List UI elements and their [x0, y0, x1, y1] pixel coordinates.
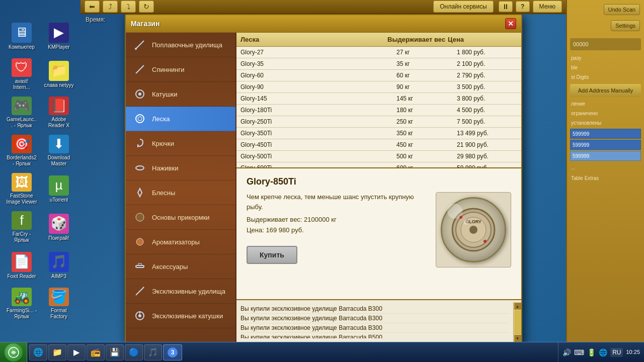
table-row[interactable]: Glory-90 90 кг 3 500 руб. [236, 81, 521, 93]
icon-gamelauncher[interactable]: 🎮 GameLaunc... - Ярлык [4, 95, 39, 131]
table-row[interactable]: Glory-60 60 кг 2 790 руб. [236, 70, 521, 81]
groundbait-icon [133, 210, 147, 224]
icon-computer[interactable]: 🖥 Компьютер [4, 18, 39, 54]
undo-scan-button[interactable]: Undo Scan [604, 4, 640, 15]
taskbar-radio[interactable]: 📻 [87, 344, 105, 360]
address-item-1[interactable]: 599999 [570, 129, 641, 139]
icon-formatfactory[interactable]: 🪣 Format Factory [41, 286, 76, 322]
log-entry: Вы купили эксклюзивное удилище Barracuda… [240, 323, 509, 333]
sidebar-item-aromatizers[interactable]: Ароматизаторы [126, 230, 235, 254]
winamp-icon: 🎵 [148, 348, 157, 357]
address-item-2[interactable]: 599999 [570, 140, 641, 150]
purchase-log: Вы купили эксклюзивное удилище Barracuda… [236, 299, 521, 344]
table-header: Леска Выдерживает вес Цена [236, 33, 521, 47]
product-image-inner: GLORY [441, 197, 506, 262]
exclusive-reels-icon [133, 309, 147, 323]
log-entry: Вы купили эксклюзивное удилище Barracuda… [240, 304, 509, 314]
taskbar-ie[interactable]: 🌐 [29, 344, 47, 360]
shop-window: Магазин ✕ Поплавочные удилища Спиннинги [125, 14, 522, 345]
icon-adobe[interactable]: 📕 Adobe Reader X [41, 95, 76, 131]
table-row[interactable]: Glory-500Ti 500 кг 29 980 руб. [236, 151, 521, 162]
menu-button[interactable]: Меню [533, 1, 562, 13]
table-row[interactable]: Glory-450Ti 450 кг 21 900 руб. [236, 139, 521, 151]
sidebar-item-exclusive-reels[interactable]: Эксклюзивные катушки [126, 304, 235, 328]
icon-downloadmaster[interactable]: ⬇ Download Master [41, 133, 76, 169]
taskbar-media[interactable]: ▶ [67, 344, 86, 360]
table-row[interactable]: Glory-250Ti 250 кг 7 500 руб. [236, 116, 521, 128]
icon-borderlands2[interactable]: 🎯 Borderlands2 - Ярлык [4, 133, 39, 169]
pause-button[interactable]: ⏸ [499, 1, 513, 12]
col-header-weight: Выдерживает вес [387, 36, 448, 43]
purchase-log-body: Вы купили эксклюзивное удилище Barracuda… [236, 302, 513, 338]
sidebar-item-spinnings[interactable]: Спиннинги [126, 57, 235, 82]
icon-avast[interactable]: 🛡 avast! Intern... [4, 56, 39, 93]
icon-foxit[interactable]: 📄 Foxit Reader [4, 247, 39, 284]
online-services-button[interactable]: Онлайн сервисы [433, 1, 493, 13]
icon-faststone[interactable]: 🖼 FastStone Image Viewer [4, 171, 39, 207]
panel-ogranicheniya: ограничено [567, 109, 644, 118]
taskbar-app-active[interactable]: 3 [163, 344, 182, 360]
tray-icon-3: 🔋 [587, 348, 596, 356]
panel-ustanovleny: установлены [567, 118, 644, 128]
address-input[interactable] [573, 41, 638, 47]
taskbar-usb[interactable]: 💾 [106, 344, 124, 360]
taskbar-winamp[interactable]: 🎵 [144, 344, 162, 360]
usb-icon: 💾 [110, 348, 119, 357]
sidebar-item-groundbait[interactable]: Основы прикормки [126, 205, 235, 230]
taskbar-app1[interactable]: 🔵 [125, 344, 143, 360]
svg-point-5 [136, 115, 144, 123]
address-item-3[interactable]: 599999 [570, 151, 641, 161]
table-row[interactable]: Glory-180Ti 180 кг 4 500 руб. [236, 105, 521, 116]
sidebar-item-baits[interactable]: Наживки [126, 156, 235, 180]
baits-icon [133, 161, 147, 175]
toolbar-btn-4[interactable]: ↻ [139, 1, 154, 13]
start-button[interactable] [0, 342, 27, 362]
icon-poigray[interactable]: 🎲 Поиграй! [41, 209, 76, 245]
sidebar-item-accessories[interactable]: Аксессуары [126, 254, 235, 279]
panel-dots: ... [567, 162, 644, 173]
log-scroll-down[interactable]: ▼ [514, 335, 521, 342]
media-icon: ▶ [72, 348, 81, 357]
log-entry: Вы купили эксклюзивное удилище Barracuda… [240, 314, 509, 323]
help-button[interactable]: ? [516, 1, 530, 12]
product-table: Леска Выдерживает вес Цена Glory-27 27 к… [236, 33, 521, 168]
line-icon [133, 112, 147, 126]
sidebar-item-float-rods[interactable]: Поплавочные удилища [126, 33, 235, 57]
desktop: ⬅ ⤴ ⤵ ↻ Онлайн сервисы ⏸ ? Меню Время: 🖥… [0, 0, 644, 362]
folder-icon: 📁 [53, 348, 62, 357]
table-row[interactable]: Glory-35 35 кг 2 100 руб. [236, 58, 521, 70]
table-row[interactable]: Glory-350Ti 350 кг 13 499 руб. [236, 128, 521, 139]
icon-farmingsim[interactable]: 🚜 FarmingSi... - Ярлык [4, 286, 39, 322]
sidebar-item-reels[interactable]: Катушки [126, 82, 235, 107]
sidebar-item-line[interactable]: Леска [126, 107, 235, 131]
svg-point-17 [138, 314, 141, 317]
spinnings-icon [133, 62, 147, 76]
sidebar-item-exclusive-rods[interactable]: Эксклюзивные удилища [126, 279, 235, 304]
aromatizers-icon [133, 235, 147, 249]
table-row[interactable]: Glory-27 27 кг 1 800 руб. [236, 47, 521, 58]
icon-farcry[interactable]: f FarCry - Ярлык [4, 209, 39, 245]
icon-utorrent[interactable]: µ uTorrent [41, 171, 76, 207]
toolbar-btn-1[interactable]: ⬅ [85, 1, 100, 13]
add-address-button[interactable]: Add Address Manually [570, 84, 641, 97]
log-scroll-up[interactable]: ▲ [514, 303, 521, 310]
tray-lang[interactable]: RU [610, 348, 623, 357]
icon-kmplayer[interactable]: ▶ KMPlayer [41, 18, 76, 54]
icon-aimp3[interactable]: 🎵 AIMP3 [41, 247, 76, 284]
icon-slava[interactable]: 📁 слава netyyy [41, 56, 76, 93]
right-panel: Undo Scan Settings разу ble st Digits Ad… [566, 0, 644, 342]
reels-icon [133, 87, 147, 101]
table-row[interactable]: Glory-145 145 кг 3 800 руб. [236, 93, 521, 105]
table-row[interactable]: Glory-600Ti 600 кг 59 980 руб. [236, 162, 521, 167]
settings-button[interactable]: Settings [611, 20, 640, 31]
taskbar-folder[interactable]: 📁 [48, 344, 66, 360]
shop-close-button[interactable]: ✕ [505, 18, 516, 29]
sidebar-item-lures[interactable]: Блесны [126, 180, 235, 205]
shop-body: Поплавочные удилища Спиннинги Катушки [126, 33, 521, 344]
detail-title: Glory-850Ti [247, 176, 511, 187]
toolbar-btn-2[interactable]: ⤴ [103, 1, 118, 13]
toolbar-btn-3[interactable]: ⤵ [121, 1, 136, 13]
buy-button[interactable]: Купить [247, 246, 297, 264]
shop-title: Магазин [131, 20, 159, 28]
sidebar-item-hooks[interactable]: Крючки [126, 131, 235, 156]
